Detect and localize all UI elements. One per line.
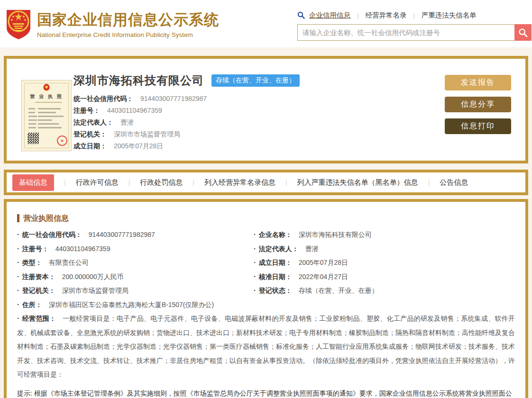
bullet: ·: [17, 273, 19, 280]
section-title: 营业执照信息: [17, 214, 69, 222]
national-emblem-logo: [5, 7, 32, 40]
tab-separator: |: [285, 179, 287, 186]
page-body: 营 业 执 照 ★ 深圳市海拓科技有限公司 存续（在营、开业、在册）: [0, 47, 532, 398]
field-value: 深圳市海拓科技有限公司: [299, 231, 372, 238]
license-text-line: [38, 119, 52, 121]
license-text-line: [28, 116, 37, 117]
bullet: ·: [17, 245, 19, 253]
share-info-button[interactable]: 信息分享: [445, 97, 511, 112]
company-summary-card: 营 业 执 照 ★ 深圳市海拓科技有限公司 存续（在营、开业、在册）: [4, 56, 528, 163]
license-text-line: [28, 123, 36, 125]
license-text-line: [28, 119, 37, 121]
tab-announcement[interactable]: 公告信息: [440, 178, 468, 187]
tab-admin-license[interactable]: 行政许可信息: [76, 178, 119, 187]
field-label: 成立日期：: [73, 142, 107, 150]
field-value: 存续（在营、开业、在册）: [299, 287, 378, 294]
nav-link-illegal-list[interactable]: 严重违法失信名单: [422, 11, 477, 20]
tab-basic-info[interactable]: 基础信息: [12, 174, 54, 191]
tab-admin-penalty[interactable]: 行政处罚信息: [140, 178, 183, 187]
license-subtitle-line: [35, 102, 62, 103]
status-badge: 存续（在营、开业、在册）: [211, 74, 300, 87]
field-value: 914403007771982987: [140, 95, 207, 102]
bullet: ·: [254, 273, 256, 280]
field-label: 住所：: [22, 301, 42, 308]
field-value: 914403007771982987: [89, 231, 155, 238]
field-label: 注册资本：: [22, 273, 55, 280]
field-label: 核准日期：: [259, 273, 292, 280]
detail-field-row: ·统一社会信用代码：914403007771982987: [17, 228, 254, 242]
field-value: 2005年07月28日: [299, 259, 348, 266]
print-info-button[interactable]: 信息打印: [445, 118, 511, 134]
license-info-card: 营业执照信息 ·统一社会信用代码：914403007771982987 ·注册号…: [4, 199, 528, 398]
bullet: ·: [254, 245, 256, 253]
nav-link-credit-info[interactable]: 企业信用信息: [309, 11, 350, 20]
detail-field-row: ·注册号：440301104967359: [17, 242, 254, 256]
field-value: 有限责任公司: [49, 259, 89, 266]
bullet: ·: [17, 287, 19, 294]
field-value: 深圳市市场监督管理局: [62, 287, 128, 294]
bullet: ·: [17, 315, 19, 322]
license-text-line: [28, 112, 35, 113]
bullet: ·: [17, 301, 19, 308]
detail-field-row: ·核准日期：2022年04月27日: [254, 270, 515, 284]
business-scope-row: ·经营范围：一般经营项目是：电子产品、电子元器件、电子设备、电磁波屏蔽材料的开发…: [17, 312, 515, 382]
site-header: 国家企业信用信息公示系统 National Enterprise Credit …: [0, 0, 532, 47]
tab-separator: |: [193, 179, 194, 186]
tab-separator: |: [428, 179, 430, 186]
search-type-nav: 企业信用信息 | 经营异常名录 | 严重违法失信名单: [297, 10, 532, 20]
detail-field-row: ·类型：有限责任公司: [17, 256, 254, 270]
send-report-button[interactable]: 发送报告: [445, 75, 511, 90]
nav-separator: |: [357, 12, 358, 19]
field-label: 统一社会信用代码：: [73, 95, 133, 102]
field-value: 2005年07月28日: [114, 142, 163, 150]
bullet: ·: [17, 259, 19, 266]
tab-separator: |: [64, 179, 66, 186]
field-label: 成立日期：: [259, 259, 292, 266]
tab-abnormal-list[interactable]: 列入经营异常名录信息: [204, 178, 275, 187]
field-value: 曹潜: [305, 245, 319, 253]
field-value: 一般经营项目是：电子产品、电子元器件、电子设备、电磁波屏蔽材料的开发及销售；工业…: [17, 315, 515, 378]
address-row: ·住所：深圳市福田区车公庙泰然九路海松大厦B-1507(仅限办公): [17, 298, 515, 312]
detail-field-row: ·登记机关：深圳市市场监督管理局: [17, 284, 254, 298]
search-input[interactable]: [297, 24, 514, 41]
detail-field-row: ·企业名称：深圳市海拓科技有限公司: [254, 228, 515, 242]
license-text-line: [38, 116, 64, 117]
summary-field-row: 注册号：440301104967359: [73, 105, 300, 117]
bullet: ·: [254, 259, 256, 266]
company-name: 深圳市海拓科技有限公司: [73, 73, 204, 88]
summary-field-row: 法定代表人：曹潜: [73, 117, 300, 128]
field-value: 曹潜: [120, 118, 134, 126]
field-value: 深圳市福田区车公庙泰然九路海松大厦B-1507(仅限办公): [49, 301, 214, 308]
summary-field-row: 登记机关：深圳市市场监督管理局: [73, 128, 300, 140]
field-label: 注册号：: [22, 245, 49, 253]
license-title: 营 业 执 照: [22, 93, 71, 100]
nav-link-abnormal-list[interactable]: 经营异常名录: [365, 11, 406, 20]
site-title: 国家企业信用信息公示系统: [37, 10, 219, 30]
license-text-line: [38, 112, 56, 113]
search-button[interactable]: [514, 24, 532, 41]
field-value: 深圳市市场监督管理局: [114, 130, 180, 138]
detail-field-row: ·成立日期：2005年07月28日: [254, 256, 515, 270]
bullet: ·: [254, 231, 256, 238]
field-label: 企业名称：: [259, 231, 292, 238]
field-label: 类型：: [22, 259, 42, 266]
field-value: 440301104967359: [55, 245, 110, 253]
license-text-line: [38, 123, 59, 125]
license-text-line: [28, 108, 35, 109]
summary-field-row: 成立日期：2005年07月28日: [73, 140, 300, 152]
license-qr-code: [28, 133, 39, 144]
field-value: 200.000000万人民币: [62, 273, 124, 280]
business-license-image[interactable]: 营 业 执 照 ★: [21, 80, 72, 151]
field-value: 440301104967359: [107, 107, 162, 114]
license-emblem-icon: [44, 84, 50, 91]
detail-field-row: ·登记状态：存续（在营、开业、在册）: [254, 284, 515, 298]
tab-blacklist[interactable]: 列入严重违法失信名单（黑名单）信息: [297, 178, 418, 187]
field-label: 经营范围：: [22, 315, 56, 322]
site-subtitle: National Enterprise Credit Information P…: [37, 31, 219, 38]
field-label: 登记机关：: [73, 130, 107, 138]
license-text-line: [38, 127, 62, 128]
field-label: 注册号：: [73, 107, 100, 114]
tab-bar: 基础信息 | 行政许可信息 | 行政处罚信息 | 列入经营异常名录信息 | 列入…: [4, 170, 528, 195]
search-icon: [297, 11, 305, 19]
field-label: 登记状态：: [259, 287, 292, 294]
